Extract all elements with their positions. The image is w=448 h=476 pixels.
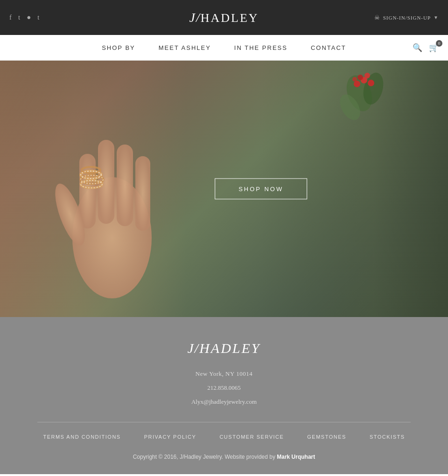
hero-section: SHOP NOW xyxy=(0,61,448,317)
copyright-text: Copyright © 2016, J/Hadley Jewelry. Webs… xyxy=(133,454,275,460)
logo-text: HADLEY xyxy=(201,11,259,25)
hero-image xyxy=(37,84,187,308)
copyright-link[interactable]: Mark Urquhart xyxy=(277,454,315,460)
sign-in-area[interactable]: ☠ SIGN-IN/SIGN-UP ▼ xyxy=(374,14,439,21)
nav-bar: SHOP BY MEET ASHLEY IN THE PRESS CONTACT… xyxy=(0,35,448,61)
person-icon: ☠ xyxy=(374,14,380,21)
chevron-down-icon: ▼ xyxy=(434,15,439,20)
cart-button[interactable]: 🛒 0 xyxy=(429,43,439,53)
svg-point-18 xyxy=(368,80,374,86)
svg-rect-4 xyxy=(135,156,150,231)
nav-links: SHOP BY MEET ASHLEY IN THE PRESS CONTACT xyxy=(102,44,346,51)
nav-shop-by[interactable]: SHOP BY xyxy=(102,44,135,51)
footer-logo-text: HADLEY xyxy=(199,340,260,356)
footer-customer-service[interactable]: CUSTOMER SERVICE xyxy=(219,434,284,440)
hero-berries xyxy=(331,70,401,163)
logo-slash: J/ xyxy=(189,10,200,25)
instagram-icon[interactable]: ● xyxy=(27,14,31,21)
footer-phone: 212.858.0065 xyxy=(9,384,439,392)
footer-logo: J/HADLEY xyxy=(9,340,439,356)
footer-email: Alyx@jhadleyjewelry.com xyxy=(9,398,439,406)
footer-stockists[interactable]: STOCKISTS xyxy=(370,434,405,440)
footer-gemstones[interactable]: GEMSTONES xyxy=(307,434,346,440)
search-icon[interactable]: 🔍 xyxy=(413,43,422,53)
tumblr-icon[interactable]: t xyxy=(37,14,39,21)
top-bar: f t ● t J/HADLEY ☠ SIGN-IN/SIGN-UP ▼ xyxy=(0,0,448,35)
shop-now-button[interactable]: SHOP NOW xyxy=(215,179,307,200)
social-icons: f t ● t xyxy=(9,14,39,21)
svg-point-19 xyxy=(357,75,363,80)
footer-address: New York, NY 10014 xyxy=(9,370,439,378)
signin-label: SIGN-IN/SIGN-UP xyxy=(383,15,431,21)
header-logo[interactable]: J/HADLEY xyxy=(189,10,259,25)
footer-divider xyxy=(37,422,411,422)
nav-icons: 🔍 🛒 0 xyxy=(413,43,439,53)
svg-point-20 xyxy=(364,73,370,78)
footer: J/HADLEY New York, NY 10014 212.858.0065… xyxy=(0,317,448,474)
footer-copyright: Copyright © 2016, J/Hadley Jewelry. Webs… xyxy=(9,454,439,460)
footer-privacy[interactable]: PRIVACY POLICY xyxy=(144,434,196,440)
cart-count: 0 xyxy=(436,40,442,47)
footer-terms[interactable]: TERMS AND CONDITIONS xyxy=(43,434,120,440)
nav-meet-ashley[interactable]: MEET ASHLEY xyxy=(159,44,211,51)
svg-point-16 xyxy=(354,81,360,87)
nav-contact[interactable]: CONTACT xyxy=(311,44,346,51)
twitter-icon[interactable]: t xyxy=(18,14,20,21)
svg-point-21 xyxy=(352,77,357,82)
hero-cta-container: SHOP NOW xyxy=(215,179,307,200)
footer-logo-slash: J/ xyxy=(187,340,199,356)
svg-rect-3 xyxy=(117,145,133,226)
svg-rect-1 xyxy=(79,154,96,228)
footer-links: TERMS AND CONDITIONS PRIVACY POLICY CUST… xyxy=(9,434,439,440)
nav-in-the-press[interactable]: IN THE PRESS xyxy=(234,44,287,51)
facebook-icon[interactable]: f xyxy=(9,14,12,21)
